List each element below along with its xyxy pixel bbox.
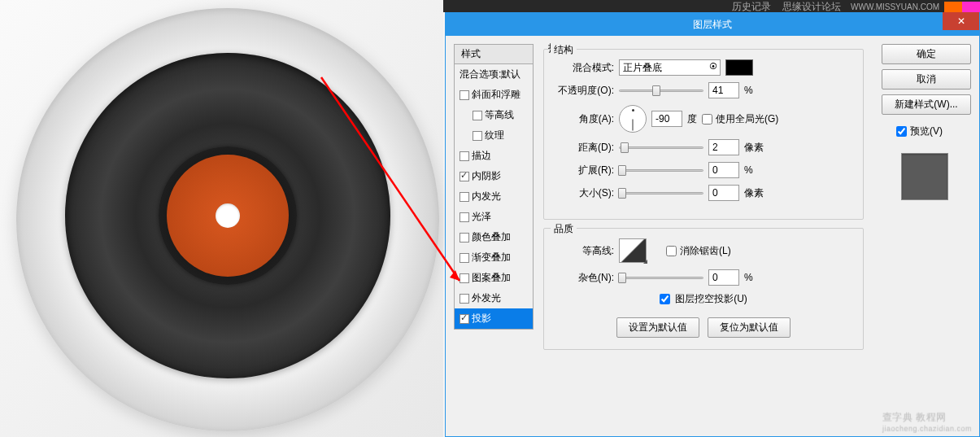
dialog-right-buttons: 确定 取消 新建样式(W)... 预览(V) bbox=[873, 44, 971, 428]
layer-style-dialog: 图层样式 ✕ 样式 混合选项:默认斜面和浮雕等高线纹理描边内阴影内发光光泽颜色叠… bbox=[445, 12, 980, 437]
preview-checkbox[interactable] bbox=[896, 126, 907, 137]
style-item-11[interactable]: 外发光 bbox=[455, 288, 533, 308]
style-item-label: 内发光 bbox=[472, 190, 501, 203]
style-item-6[interactable]: 内发光 bbox=[455, 186, 533, 207]
chevron-down-icon bbox=[643, 260, 647, 264]
opacity-unit: % bbox=[744, 85, 753, 96]
preview-swatch bbox=[901, 153, 948, 200]
style-checkbox[interactable] bbox=[460, 253, 469, 263]
spread-label: 扩展(R): bbox=[555, 164, 614, 177]
antialias-checkbox[interactable] bbox=[666, 246, 677, 256]
distance-unit: 像素 bbox=[744, 141, 764, 155]
style-item-8[interactable]: 颜色叠加 bbox=[455, 227, 533, 247]
distance-label: 距离(D): bbox=[555, 141, 614, 155]
style-item-12[interactable]: 投影 bbox=[455, 308, 533, 329]
reset-default-button[interactable]: 复位为默认值 bbox=[708, 317, 791, 338]
noise-label: 杂色(N): bbox=[555, 271, 614, 285]
styles-list-header[interactable]: 样式 bbox=[454, 44, 534, 63]
style-item-label: 渐变叠加 bbox=[472, 251, 511, 264]
style-item-3[interactable]: 纹理 bbox=[455, 125, 533, 146]
vinyl-disc bbox=[65, 53, 390, 378]
set-default-button[interactable]: 设置为默认值 bbox=[616, 317, 699, 338]
size-slider[interactable] bbox=[619, 192, 703, 194]
size-label: 大小(S): bbox=[555, 186, 614, 200]
contour-label: 等高线: bbox=[555, 244, 614, 258]
style-checkbox[interactable] bbox=[460, 233, 469, 243]
style-item-label: 纹理 bbox=[485, 129, 504, 142]
style-item-5[interactable]: 内阴影 bbox=[455, 166, 533, 186]
style-item-9[interactable]: 渐变叠加 bbox=[455, 247, 533, 268]
global-light-label: 使用全局光(G) bbox=[716, 112, 778, 126]
style-item-label: 颜色叠加 bbox=[472, 230, 511, 244]
new-style-button[interactable]: 新建样式(W)... bbox=[882, 94, 971, 115]
shadow-color-picker[interactable] bbox=[725, 59, 753, 76]
spread-input[interactable] bbox=[708, 162, 739, 178]
angle-unit: 度 bbox=[687, 112, 697, 126]
style-checkbox[interactable] bbox=[473, 131, 482, 141]
style-item-label: 斜面和浮雕 bbox=[472, 88, 520, 102]
size-unit: 像素 bbox=[744, 186, 764, 200]
knockout-checkbox[interactable] bbox=[660, 294, 670, 304]
style-checkbox[interactable] bbox=[460, 212, 469, 222]
style-item-4[interactable]: 描边 bbox=[455, 146, 533, 166]
app-topbar: 历史记录 思缘设计论坛 WWW.MISSYUAN.COM bbox=[443, 0, 980, 12]
style-item-label: 混合选项:默认 bbox=[460, 68, 520, 81]
opacity-input[interactable] bbox=[708, 82, 739, 98]
style-item-2[interactable]: 等高线 bbox=[455, 105, 533, 125]
color-swatch-magenta[interactable] bbox=[962, 2, 980, 12]
style-checkbox[interactable] bbox=[460, 314, 469, 324]
contour-picker[interactable] bbox=[619, 238, 647, 263]
blend-mode-value: 正片叠底 bbox=[623, 62, 662, 73]
style-checkbox[interactable] bbox=[460, 151, 469, 161]
angle-picker[interactable] bbox=[619, 105, 647, 133]
style-checkbox[interactable] bbox=[473, 111, 482, 120]
quality-legend: 品质 bbox=[551, 222, 577, 236]
size-input[interactable] bbox=[708, 185, 739, 201]
styles-list: 混合选项:默认斜面和浮雕等高线纹理描边内阴影内发光光泽颜色叠加渐变叠加图案叠加外… bbox=[454, 63, 534, 330]
spread-slider[interactable] bbox=[619, 169, 703, 172]
settings-panel: 投影 结构 混合模式: 正片叠底 ⦿ 不透明度(O): bbox=[534, 44, 873, 428]
style-checkbox[interactable] bbox=[460, 273, 469, 283]
style-checkbox[interactable] bbox=[460, 172, 469, 181]
watermark-main: 查字典 教程网 bbox=[882, 411, 947, 422]
structure-fieldset: 结构 混合模式: 正片叠底 ⦿ 不透明度(O): % bbox=[543, 49, 864, 220]
style-item-10[interactable]: 图案叠加 bbox=[455, 268, 533, 288]
distance-slider[interactable] bbox=[619, 146, 703, 149]
brand-url: WWW.MISSYUAN.COM bbox=[846, 2, 944, 11]
dialog-close-button[interactable]: ✕ bbox=[943, 12, 979, 30]
antialias-label: 消除锯齿(L) bbox=[680, 244, 731, 258]
opacity-slider[interactable] bbox=[619, 90, 703, 92]
dialog-title: 图层样式 bbox=[693, 18, 732, 32]
angle-label: 角度(A): bbox=[555, 112, 614, 126]
structure-legend: 结构 bbox=[551, 43, 577, 57]
ok-button[interactable]: 确定 bbox=[882, 44, 971, 64]
opacity-label: 不透明度(O): bbox=[555, 84, 614, 98]
noise-unit: % bbox=[744, 272, 753, 283]
style-item-label: 光泽 bbox=[472, 210, 491, 224]
noise-input[interactable] bbox=[708, 269, 739, 286]
vinyl-center-hole bbox=[216, 203, 240, 228]
style-checkbox[interactable] bbox=[460, 294, 469, 304]
blend-mode-select[interactable]: 正片叠底 ⦿ bbox=[619, 59, 721, 76]
style-checkbox[interactable] bbox=[460, 192, 469, 202]
style-checkbox[interactable] bbox=[460, 90, 469, 100]
watermark-sub: jiaocheng.chazidian.com bbox=[882, 424, 972, 432]
quality-fieldset: 品质 等高线: 消除锯齿(L) 杂色(N): % bbox=[543, 228, 864, 350]
noise-slider[interactable] bbox=[619, 277, 703, 279]
preview-label: 预览(V) bbox=[910, 125, 943, 138]
style-item-7[interactable]: 光泽 bbox=[455, 207, 533, 227]
style-item-0[interactable]: 混合选项:默认 bbox=[455, 64, 533, 85]
style-item-label: 内阴影 bbox=[472, 169, 501, 183]
color-swatch-orange[interactable] bbox=[944, 2, 962, 12]
style-item-label: 外发光 bbox=[472, 291, 501, 305]
angle-input[interactable] bbox=[651, 111, 682, 127]
style-item-label: 描边 bbox=[472, 149, 491, 163]
distance-input[interactable] bbox=[708, 139, 739, 155]
global-light-checkbox[interactable] bbox=[702, 114, 712, 125]
cancel-button[interactable]: 取消 bbox=[882, 69, 971, 90]
dialog-titlebar[interactable]: 图层样式 ✕ bbox=[446, 13, 979, 36]
style-item-1[interactable]: 斜面和浮雕 bbox=[455, 85, 533, 105]
knockout-label: 图层挖空投影(U) bbox=[675, 292, 747, 306]
watermark: 查字典 教程网 jiaocheng.chazidian.com bbox=[882, 410, 972, 432]
style-item-label: 等高线 bbox=[485, 108, 514, 122]
